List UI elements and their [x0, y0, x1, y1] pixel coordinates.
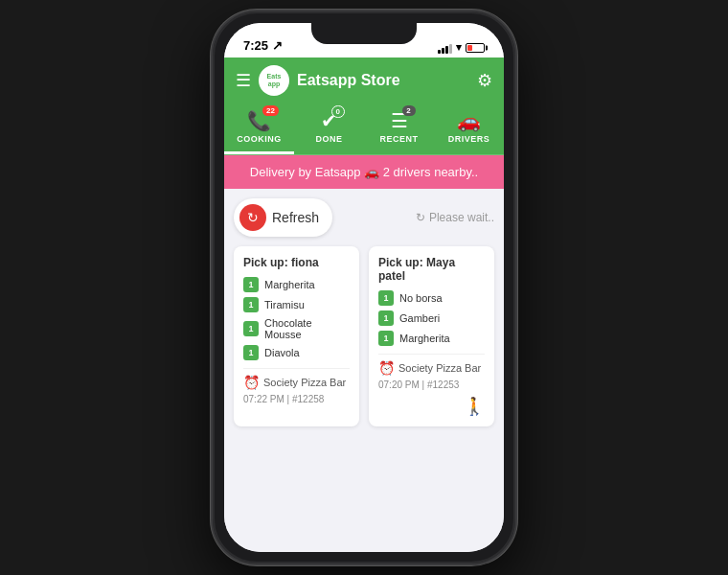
clock-icon: ⏰ — [243, 375, 260, 390]
cooking-badge: 22 — [262, 105, 279, 116]
item-name: No borsa — [399, 292, 443, 304]
drivers-icon-wrap: 🚗 — [457, 109, 481, 132]
time-display: 7:25 — [243, 38, 268, 53]
list-item: 1 No borsa — [378, 290, 485, 306]
order-card-2: Pick up: Maya patel 1 No borsa 1 Gamberi — [369, 246, 494, 426]
phone-screen: 7:25 ↗ ▾ ☰ Eatsapp Eatsapp — [224, 23, 504, 552]
signal-bars-icon — [438, 42, 452, 54]
qty-badge: 1 — [378, 331, 394, 346]
qty-badge: 1 — [243, 321, 259, 336]
please-wait-text: Please wait.. — [429, 211, 494, 224]
app-logo: Eatsapp — [259, 65, 289, 96]
done-icon-wrap: ✔ 0 — [321, 109, 337, 132]
walk-icon: 🚶 — [378, 396, 485, 417]
please-wait: ↻ Please wait.. — [416, 211, 494, 224]
tab-cooking[interactable]: 📞 22 COOKING — [224, 104, 294, 154]
order-cards-row: Pick up: fiona 1 Margherita 1 Tiramisu — [234, 246, 494, 426]
item-name: Chocolate Mousse — [264, 317, 350, 340]
restaurant-name-1: Society Pizza Bar — [263, 377, 346, 388]
item-name: Gamberi — [399, 312, 440, 324]
recent-icon-wrap: ☰ 2 — [391, 109, 408, 132]
order-meta-1: 07:22 PM | #12258 — [243, 394, 350, 404]
done-badge: 0 — [331, 105, 345, 118]
main-content: ↻ Refresh ↻ Please wait.. Pick up: fion — [224, 189, 504, 552]
delivery-banner: Delivery by Eatsapp 🚗 2 drivers nearby.. — [224, 155, 504, 189]
qty-badge: 1 — [243, 297, 259, 312]
status-time: 7:25 ↗ — [243, 38, 283, 54]
order-2-title: Pick up: Maya patel — [378, 256, 485, 283]
hamburger-icon[interactable]: ☰ — [236, 72, 251, 89]
list-item: 1 Margherita — [243, 277, 350, 292]
done-tab-label: DONE — [315, 134, 342, 144]
order-meta-2: 07:20 PM | #12253 — [378, 380, 485, 390]
top-nav: ☰ Eatsapp Eatsapp Store ⚙ — [224, 58, 504, 104]
qty-badge: 1 — [243, 277, 259, 292]
refresh-bar: ↻ Refresh ↻ Please wait.. — [234, 198, 494, 237]
phone-wrapper: 7:25 ↗ ▾ ☰ Eatsapp Eatsapp — [211, 10, 517, 565]
logo-text: Eatsapp — [267, 73, 282, 87]
qty-badge: 1 — [378, 290, 394, 306]
list-item: 1 Tiramisu — [243, 297, 350, 312]
recent-tab-label: RECENT — [379, 134, 418, 144]
list-item: 1 Gamberi — [378, 310, 485, 326]
qty-badge: 1 — [243, 345, 259, 360]
cooking-icon-wrap: 📞 22 — [247, 109, 271, 132]
restaurant-row-2: ⏰ Society Pizza Bar — [378, 354, 485, 376]
refresh-button[interactable]: ↻ Refresh — [234, 198, 332, 237]
item-name: Margherita — [264, 279, 315, 290]
list-item: 1 Chocolate Mousse — [243, 317, 350, 340]
item-name: Diavola — [264, 347, 300, 358]
item-name: Margherita — [399, 333, 450, 344]
delivery-text: Delivery by Eatsapp 🚗 2 drivers nearby.. — [250, 165, 478, 179]
loading-icon: ↻ — [416, 211, 425, 224]
tab-drivers[interactable]: 🚗 DRIVERS — [434, 104, 504, 154]
notch — [311, 23, 417, 44]
list-item: 1 Diavola — [243, 345, 350, 360]
tab-recent[interactable]: ☰ 2 RECENT — [364, 104, 434, 154]
drivers-car-icon: 🚗 — [457, 110, 481, 131]
restaurant-name-2: Society Pizza Bar — [398, 362, 481, 374]
refresh-circle-icon: ↻ — [239, 204, 266, 231]
order-card-1: Pick up: fiona 1 Margherita 1 Tiramisu — [234, 246, 359, 426]
tab-done[interactable]: ✔ 0 DONE — [294, 104, 364, 154]
drivers-tab-label: DRIVERS — [448, 134, 490, 144]
list-item: 1 Margherita — [378, 331, 485, 346]
recent-badge: 2 — [402, 105, 416, 116]
order-1-title: Pick up: fiona — [243, 256, 350, 269]
wifi-icon: ▾ — [456, 41, 462, 54]
refresh-label: Refresh — [272, 210, 319, 225]
banner-car-icon: 🚗 — [364, 165, 383, 179]
cooking-tab-label: COOKING — [237, 134, 282, 144]
qty-badge: 1 — [378, 310, 394, 326]
tab-bar: 📞 22 COOKING ✔ 0 DONE ☰ 2 — [224, 104, 504, 155]
status-icons: ▾ — [438, 41, 485, 54]
settings-icon[interactable]: ⚙ — [477, 70, 492, 91]
battery-fill — [467, 45, 472, 51]
clock-icon-2: ⏰ — [378, 360, 395, 376]
phone-frame: 7:25 ↗ ▾ ☰ Eatsapp Eatsapp — [211, 10, 517, 565]
nav-title: Eatsapp Store — [297, 72, 469, 89]
restaurant-row-1: ⏰ Society Pizza Bar — [243, 368, 350, 390]
battery-icon — [466, 43, 485, 53]
item-name: Tiramisu — [264, 299, 305, 310]
